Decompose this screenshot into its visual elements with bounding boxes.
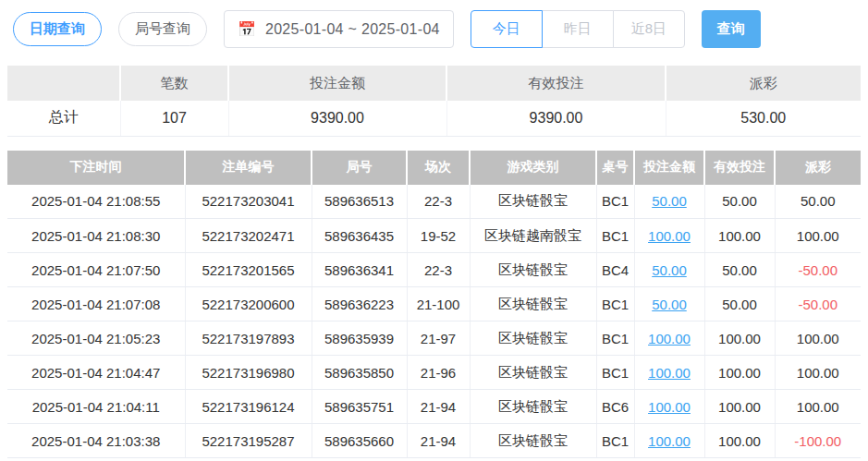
header-order-no: 注单编号 <box>185 151 312 185</box>
cell-valid-bet: 100.00 <box>704 321 775 356</box>
cell-round-no: 589635939 <box>312 321 407 356</box>
summary-total-payout: 530.00 <box>666 101 861 136</box>
cell-valid-bet: 50.00 <box>704 185 775 219</box>
cell-valid-bet: 100.00 <box>704 390 775 424</box>
bet-amount-link[interactable]: 100.00 <box>648 365 691 381</box>
cell-order-no: 522173196980 <box>185 356 312 390</box>
date-range-value: 2025-01-04 ~ 2025-01-04 <box>265 21 440 38</box>
cell-bet-amount: 50.00 <box>634 253 704 287</box>
header-payout: 派彩 <box>775 151 861 185</box>
cell-table-no: BC1 <box>596 321 634 356</box>
summary-header-count: 笔数 <box>120 66 228 101</box>
cell-time: 2025-01-04 21:03:38 <box>7 424 185 458</box>
cell-session: 19-52 <box>407 219 470 253</box>
table-row: 2025-01-04 21:04:11522173196124589635751… <box>7 390 861 424</box>
header-round-no: 局号 <box>312 151 407 185</box>
summary-total-bet-amount: 9390.00 <box>228 101 446 136</box>
cell-table-no: BC1 <box>596 424 634 458</box>
last-8-days-button[interactable]: 近8日 <box>613 10 685 48</box>
cell-valid-bet: 50.00 <box>704 287 775 321</box>
summary-table: 笔数 投注金额 有效投注 派彩 总计 107 9390.00 9390.00 5… <box>7 66 861 137</box>
cell-round-no: 589636513 <box>312 185 407 219</box>
cell-game: 区块链骰宝 <box>470 321 596 356</box>
cell-table-no: BC1 <box>596 356 634 390</box>
table-row: 2025-01-04 21:08:30522173202471589636435… <box>7 219 861 253</box>
cell-session: 21-94 <box>407 424 470 458</box>
bet-records-table: 下注时间 注单编号 局号 场次 游戏类别 桌号 投注金额 有效投注 派彩 202… <box>7 151 861 459</box>
quick-range-group: 今日 昨日 近8日 <box>471 10 685 48</box>
bet-amount-link[interactable]: 50.00 <box>652 297 687 312</box>
cell-time: 2025-01-04 21:05:23 <box>7 321 185 356</box>
cell-game: 区块链骰宝 <box>470 424 596 458</box>
cell-valid-bet: 100.00 <box>704 424 775 458</box>
cell-round-no: 589636341 <box>312 253 407 287</box>
cell-payout: 100.00 <box>775 219 861 253</box>
header-game-type: 游戏类别 <box>470 151 596 185</box>
cell-time: 2025-01-04 21:04:47 <box>7 356 185 390</box>
date-query-tab[interactable]: 日期查询 <box>13 12 102 46</box>
table-row: 2025-01-04 21:07:08522173200600589636223… <box>7 287 861 321</box>
table-row: 2025-01-04 21:05:23522173197893589635939… <box>7 321 861 356</box>
cell-game: 区块链骰宝 <box>470 253 596 287</box>
bet-amount-link[interactable]: 100.00 <box>648 433 691 449</box>
cell-session: 22-3 <box>407 185 470 219</box>
cell-order-no: 522173202471 <box>185 219 312 253</box>
summary-header-bet-amount: 投注金额 <box>228 66 446 101</box>
summary-total-count: 107 <box>120 101 228 136</box>
cell-bet-amount: 100.00 <box>634 321 704 356</box>
cell-order-no: 522173203041 <box>185 185 312 219</box>
cell-round-no: 589635850 <box>312 356 407 390</box>
summary-header-row: 笔数 投注金额 有效投注 派彩 <box>7 66 861 101</box>
summary-total-row: 总计 107 9390.00 9390.00 530.00 <box>7 101 861 136</box>
bet-amount-link[interactable]: 100.00 <box>648 399 691 415</box>
cell-round-no: 589635751 <box>312 390 407 424</box>
cell-bet-amount: 100.00 <box>634 356 704 390</box>
cell-payout: -50.00 <box>775 287 861 321</box>
yesterday-button[interactable]: 昨日 <box>542 10 614 48</box>
today-button[interactable]: 今日 <box>471 10 543 48</box>
cell-bet-amount: 50.00 <box>634 185 704 219</box>
cell-order-no: 522173201565 <box>185 253 312 287</box>
cell-payout: 100.00 <box>775 356 861 390</box>
cell-session: 22-3 <box>407 253 470 287</box>
cell-payout: 50.00 <box>775 185 861 219</box>
cell-payout: -50.00 <box>775 253 861 287</box>
summary-header-payout: 派彩 <box>666 66 861 101</box>
table-row: 2025-01-04 21:03:38522173195287589635660… <box>7 424 861 458</box>
cell-payout: 100.00 <box>775 390 861 424</box>
search-button[interactable]: 查询 <box>702 10 761 48</box>
bet-table-body: 2025-01-04 21:08:55522173203041589636513… <box>7 185 861 458</box>
bet-records-section: 下注时间 注单编号 局号 场次 游戏类别 桌号 投注金额 有效投注 派彩 202… <box>7 151 861 459</box>
summary-header-blank <box>7 66 120 101</box>
cell-bet-amount: 50.00 <box>634 287 704 321</box>
query-toolbar: 日期查询 局号查询 📅 2025-01-04 ~ 2025-01-04 今日 昨… <box>0 0 868 57</box>
bet-amount-link[interactable]: 100.00 <box>648 331 691 346</box>
bet-amount-link[interactable]: 100.00 <box>648 228 691 244</box>
table-row: 2025-01-04 21:07:50522173201565589636341… <box>7 253 861 287</box>
date-range-picker[interactable]: 📅 2025-01-04 ~ 2025-01-04 <box>224 10 454 48</box>
header-bet-time: 下注时间 <box>7 151 185 185</box>
cell-valid-bet: 100.00 <box>704 356 775 390</box>
bet-amount-link[interactable]: 50.00 <box>652 193 687 209</box>
cell-order-no: 522173200600 <box>185 287 312 321</box>
cell-table-no: BC6 <box>596 390 634 424</box>
table-row: 2025-01-04 21:04:47522173196980589635850… <box>7 356 861 390</box>
cell-time: 2025-01-04 21:08:30 <box>7 219 185 253</box>
summary-total-label: 总计 <box>7 101 120 136</box>
cell-game: 区块链骰宝 <box>470 356 596 390</box>
cell-round-no: 589636435 <box>312 219 407 253</box>
cell-session: 21-97 <box>407 321 470 356</box>
cell-game: 区块链骰宝 <box>470 185 596 219</box>
cell-game: 区块链越南骰宝 <box>470 219 596 253</box>
summary-total-valid-bet: 9390.00 <box>446 101 666 136</box>
cell-game: 区块链骰宝 <box>470 287 596 321</box>
bet-amount-link[interactable]: 50.00 <box>652 262 687 278</box>
table-row: 2025-01-04 21:08:55522173203041589636513… <box>7 185 861 219</box>
cell-bet-amount: 100.00 <box>634 390 704 424</box>
cell-time: 2025-01-04 21:08:55 <box>7 185 185 219</box>
header-valid-bet: 有效投注 <box>704 151 775 185</box>
round-query-tab[interactable]: 局号查询 <box>118 12 207 46</box>
cell-bet-amount: 100.00 <box>634 424 704 458</box>
cell-round-no: 589636223 <box>312 287 407 321</box>
cell-time: 2025-01-04 21:04:11 <box>7 390 185 424</box>
